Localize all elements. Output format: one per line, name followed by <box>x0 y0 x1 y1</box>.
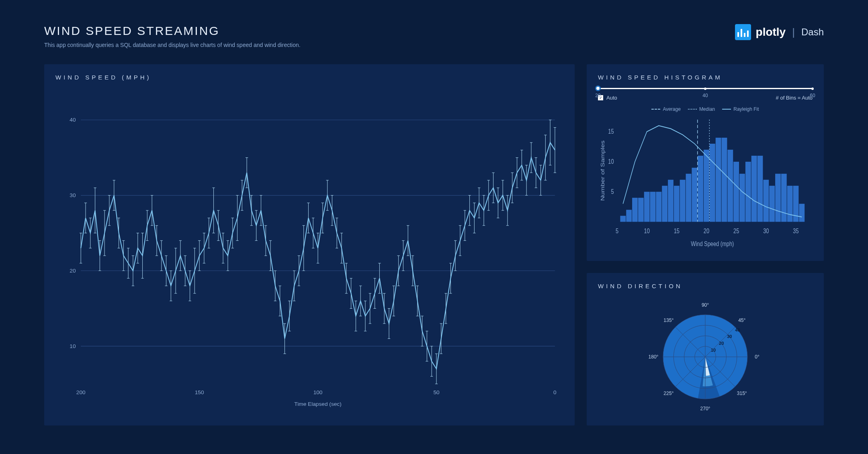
svg-text:5: 5 <box>611 187 614 195</box>
svg-text:25: 25 <box>733 227 739 235</box>
wind-speed-chart[interactable]: 10203040200150100500Time Elapsed (sec) <box>55 88 563 418</box>
legend-rayleigh: Rayleigh Fit <box>733 106 759 112</box>
svg-rect-354 <box>769 186 775 222</box>
slider-label-mid: 40 <box>702 93 708 98</box>
legend-median: Median <box>699 106 715 112</box>
svg-text:10: 10 <box>608 157 614 165</box>
svg-text:20: 20 <box>70 268 76 274</box>
svg-text:15: 15 <box>674 227 680 235</box>
svg-text:50: 50 <box>433 389 440 395</box>
panel-title-histogram: WIND SPEED HISTOGRAM <box>598 74 813 81</box>
histogram-chart[interactable]: 510155101520253035Wind Speed (mph)Number… <box>598 114 813 251</box>
svg-rect-336 <box>662 186 667 222</box>
page-title: WIND SPEED STREAMING <box>44 24 301 38</box>
panel-wind-direction: WIND DIRECTION 102030400°45°90°135°180°2… <box>587 273 824 425</box>
svg-rect-342 <box>698 156 703 222</box>
svg-rect-331 <box>632 198 638 222</box>
svg-text:10: 10 <box>70 343 76 349</box>
svg-rect-347 <box>727 150 733 222</box>
svg-rect-338 <box>674 186 680 222</box>
slider-knob[interactable] <box>595 86 601 91</box>
panel-wind-speed: WIND SPEED (MPH) 10203040200150100500Tim… <box>44 64 575 425</box>
svg-text:40: 40 <box>735 328 740 332</box>
svg-text:Wind Speed (mph): Wind Speed (mph) <box>691 240 734 247</box>
svg-rect-344 <box>710 144 715 222</box>
svg-text:10: 10 <box>644 227 649 235</box>
svg-rect-352 <box>757 156 763 222</box>
svg-text:315°: 315° <box>737 391 747 396</box>
svg-rect-345 <box>716 138 721 222</box>
svg-text:135°: 135° <box>663 318 674 323</box>
svg-text:225°: 225° <box>663 391 674 396</box>
bins-slider[interactable]: 20 40 60 <box>598 88 813 89</box>
svg-text:20: 20 <box>704 227 709 235</box>
slider-label-max: 60 <box>810 93 815 98</box>
svg-rect-341 <box>692 168 697 222</box>
auto-checkbox[interactable]: ✓ Auto <box>598 95 617 101</box>
svg-text:45°: 45° <box>738 318 745 323</box>
svg-rect-346 <box>722 138 727 222</box>
svg-rect-337 <box>668 180 674 222</box>
panel-title-direction: WIND DIRECTION <box>598 283 813 289</box>
brand-product: Dash <box>801 26 824 38</box>
svg-text:20: 20 <box>719 341 724 346</box>
svg-text:270°: 270° <box>700 406 710 411</box>
svg-text:10: 10 <box>711 348 716 352</box>
svg-rect-340 <box>686 174 692 222</box>
svg-rect-359 <box>799 204 805 222</box>
svg-text:0: 0 <box>553 389 557 395</box>
brand-divider: | <box>792 26 795 39</box>
svg-rect-349 <box>739 174 745 222</box>
svg-rect-329 <box>620 216 626 222</box>
panel-histogram: WIND SPEED HISTOGRAM 20 40 60 ✓ Auto # o… <box>587 64 824 261</box>
svg-text:15: 15 <box>608 127 614 135</box>
svg-rect-339 <box>680 180 686 222</box>
svg-rect-332 <box>638 198 644 222</box>
svg-text:Time Elapsed (sec): Time Elapsed (sec) <box>294 401 341 407</box>
svg-text:150: 150 <box>195 389 204 395</box>
plotly-bars-icon <box>735 24 751 40</box>
svg-text:30: 30 <box>727 334 732 339</box>
histogram-legend: Average Median Rayleigh Fit <box>598 106 813 112</box>
svg-text:30: 30 <box>763 227 769 235</box>
brand-name: plotly <box>756 26 786 39</box>
bins-readout: # of Bins = Auto <box>776 95 813 101</box>
header: WIND SPEED STREAMING This app continuall… <box>44 24 824 48</box>
svg-text:100: 100 <box>313 389 323 395</box>
svg-rect-335 <box>656 192 661 222</box>
svg-rect-343 <box>704 150 709 222</box>
page-subtitle: This app continually queries a SQL datab… <box>44 42 301 48</box>
svg-rect-355 <box>775 174 781 222</box>
svg-text:35: 35 <box>793 227 798 235</box>
svg-rect-334 <box>650 192 656 222</box>
brand-logo-block: plotly | Dash <box>735 24 824 40</box>
svg-rect-351 <box>751 156 757 222</box>
svg-rect-333 <box>644 192 650 222</box>
svg-text:5: 5 <box>616 227 618 235</box>
svg-rect-356 <box>781 174 787 222</box>
auto-label: Auto <box>606 95 617 101</box>
panel-title-wind-speed: WIND SPEED (MPH) <box>55 74 563 81</box>
svg-text:Number of Samples: Number of Samples <box>600 140 605 201</box>
svg-rect-350 <box>745 162 751 222</box>
svg-text:0°: 0° <box>755 354 760 360</box>
svg-rect-353 <box>763 180 769 222</box>
svg-rect-330 <box>626 210 632 222</box>
svg-text:40: 40 <box>70 117 76 123</box>
svg-rect-348 <box>733 162 739 222</box>
svg-text:90°: 90° <box>702 302 709 308</box>
svg-rect-357 <box>787 186 793 222</box>
svg-text:30: 30 <box>70 192 76 198</box>
wind-direction-chart[interactable]: 102030400°45°90°135°180°225°270°315° <box>598 297 813 417</box>
legend-average: Average <box>663 106 680 112</box>
slider-label-min: 20 <box>595 93 600 98</box>
svg-text:180°: 180° <box>649 354 659 360</box>
svg-text:200: 200 <box>76 389 86 395</box>
